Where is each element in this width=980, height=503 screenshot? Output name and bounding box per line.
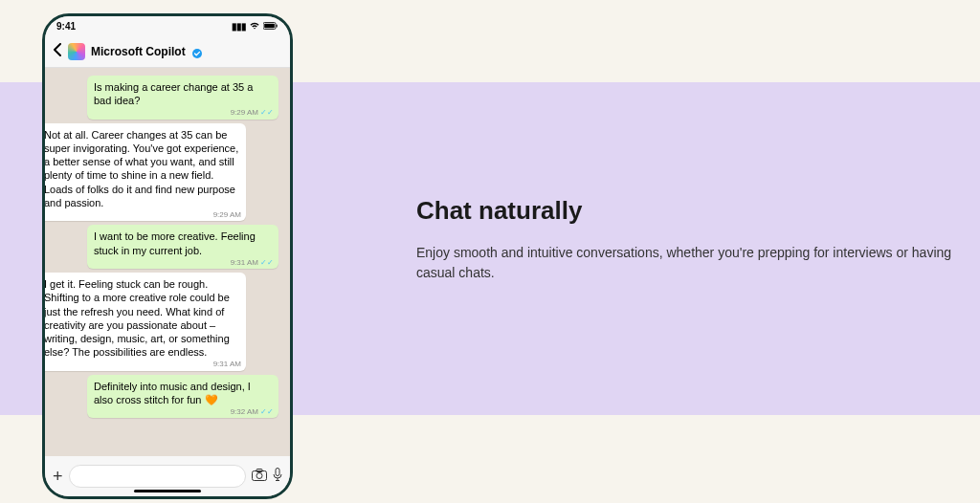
home-indicator [134, 490, 201, 492]
camera-icon[interactable] [252, 469, 267, 484]
svg-point-5 [256, 473, 262, 479]
svg-rect-2 [277, 24, 278, 27]
message-time: 9:29 AM✓✓ [231, 108, 274, 118]
status-bar: 9:41 ▮▮▮ [45, 16, 290, 35]
back-icon[interactable] [53, 43, 62, 60]
marketing-heading: Chat naturally [416, 196, 959, 226]
status-indicators: ▮▮▮ [232, 21, 278, 32]
read-checks-icon: ✓✓ [260, 258, 274, 267]
svg-rect-1 [264, 23, 275, 28]
signal-icon: ▮▮▮ [232, 21, 246, 32]
marketing-body: Enjoy smooth and intuitive conversations… [416, 243, 959, 283]
message-text: I want to be more creative. Feeling stuc… [94, 230, 256, 255]
message-incoming[interactable]: Not at all. Career changes at 35 can be … [45, 123, 246, 222]
battery-icon [263, 21, 278, 32]
chat-header: Microsoft Copilot [45, 35, 290, 68]
message-outgoing[interactable]: I want to be more creative. Feeling stuc… [87, 225, 278, 269]
message-text: Definitely into music and design, I also… [94, 381, 251, 405]
message-incoming[interactable]: I get it. Feeling stuck can be rough. Sh… [45, 273, 246, 371]
read-checks-icon: ✓✓ [260, 108, 274, 117]
marketing-copy: Chat naturally Enjoy smooth and intuitiv… [416, 196, 959, 283]
phone-mockup: 9:41 ▮▮▮ Microsoft Copilot Is making a c… [42, 13, 293, 499]
verified-badge-icon [191, 46, 203, 57]
chat-title[interactable]: Microsoft Copilot [91, 45, 186, 58]
wifi-icon [249, 21, 260, 32]
message-outgoing[interactable]: Definitely into music and design, I also… [87, 375, 278, 419]
message-text: I get it. Feeling stuck can be rough. Sh… [45, 278, 230, 358]
mic-icon[interactable] [273, 468, 282, 485]
message-input[interactable] [69, 465, 246, 488]
message-time: 9:29 AM [213, 210, 241, 220]
message-time: 9:31 AM [213, 360, 241, 369]
message-outgoing[interactable]: Is making a career change at 35 a bad id… [87, 76, 278, 120]
svg-rect-7 [276, 469, 279, 476]
status-time: 9:41 [56, 21, 76, 32]
copilot-logo-icon [68, 43, 85, 60]
message-text: Is making a career change at 35 a bad id… [94, 81, 253, 106]
message-time: 9:31 AM✓✓ [231, 258, 274, 268]
message-list[interactable]: Is making a career change at 35 a bad id… [45, 68, 290, 458]
message-time: 9:32 AM✓✓ [231, 407, 274, 417]
message-text: Not at all. Career changes at 35 can be … [45, 129, 238, 208]
read-checks-icon: ✓✓ [260, 407, 274, 416]
attach-button[interactable]: + [53, 467, 63, 487]
input-bar: + [45, 456, 290, 496]
